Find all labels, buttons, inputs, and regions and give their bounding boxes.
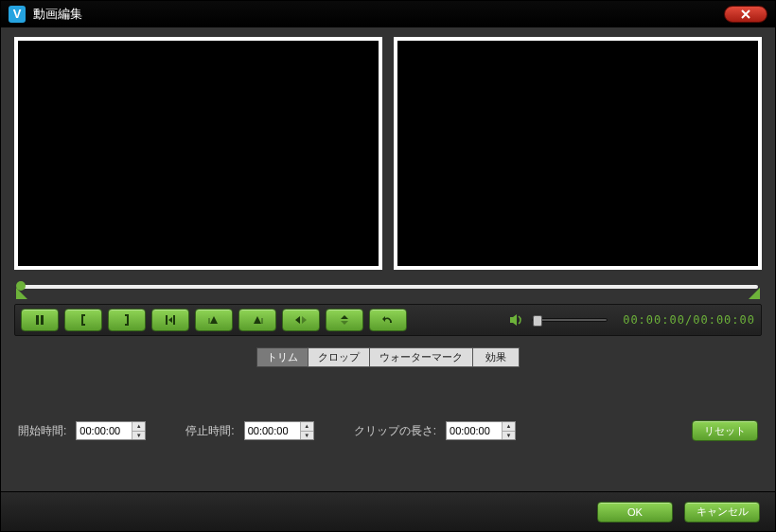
close-button[interactable] bbox=[724, 6, 767, 23]
end-time-field[interactable] bbox=[245, 422, 300, 439]
spin-up-icon[interactable]: ▲ bbox=[503, 422, 515, 432]
app-icon: V bbox=[9, 6, 26, 23]
tab-crop[interactable]: クロップ bbox=[308, 347, 370, 367]
preview-row bbox=[14, 37, 762, 270]
trim-panel: 開始時間: ▲ ▼ 停止時間: ▲ ▼ クリップの長さ: ▲ ▼ リセッ bbox=[14, 420, 762, 441]
close-icon bbox=[741, 9, 750, 19]
time-display: 00:00:00/00:00:00 bbox=[623, 313, 755, 327]
main-area: 00:00:00/00:00:00 トリム クロップ ウォーターマーク 効果 開… bbox=[1, 27, 775, 491]
end-time-label: 停止時間: bbox=[185, 423, 234, 439]
pause-icon bbox=[34, 314, 45, 326]
playback-controls: 00:00:00/00:00:00 bbox=[14, 304, 762, 336]
reset-button[interactable]: リセット bbox=[692, 420, 758, 441]
volume-button[interactable] bbox=[507, 310, 526, 329]
crop-marker-button[interactable] bbox=[151, 309, 189, 331]
volume-slider[interactable] bbox=[532, 318, 608, 322]
svg-marker-9 bbox=[341, 315, 348, 319]
titlebar: V 動画編集 bbox=[1, 1, 775, 27]
spin-down-icon[interactable]: ▼ bbox=[503, 432, 515, 440]
rotate-right-button[interactable] bbox=[238, 309, 276, 331]
tab-watermark[interactable]: ウォーターマーク bbox=[369, 347, 473, 367]
flip-h-icon bbox=[294, 314, 308, 326]
footer: OK キャンセル bbox=[1, 491, 775, 531]
rotate-left-button[interactable] bbox=[195, 309, 233, 331]
svg-rect-6 bbox=[261, 318, 263, 324]
time-current: 00:00:00 bbox=[623, 313, 685, 327]
window-title: 動画編集 bbox=[33, 6, 724, 23]
tab-bar: トリム クロップ ウォーターマーク 効果 bbox=[14, 347, 762, 367]
clip-length-field[interactable] bbox=[447, 422, 502, 439]
end-time-spinner[interactable]: ▲ ▼ bbox=[300, 422, 313, 439]
rotate-right-icon bbox=[251, 314, 264, 326]
pause-button[interactable] bbox=[21, 309, 59, 331]
tab-effect[interactable]: 効果 bbox=[472, 347, 520, 367]
spin-down-icon[interactable]: ▼ bbox=[132, 432, 145, 440]
timeline-track bbox=[18, 285, 758, 289]
svg-rect-0 bbox=[36, 315, 39, 325]
start-time-label: 開始時間: bbox=[18, 423, 66, 439]
timeline[interactable] bbox=[14, 279, 762, 300]
svg-marker-5 bbox=[254, 316, 261, 324]
trim-handle-start[interactable] bbox=[16, 288, 27, 299]
undo-button[interactable] bbox=[369, 309, 407, 331]
svg-marker-10 bbox=[341, 321, 348, 325]
preview-original bbox=[14, 37, 382, 270]
start-time-input[interactable]: ▲ ▼ bbox=[76, 421, 146, 440]
start-time-spinner[interactable]: ▲ ▼ bbox=[132, 422, 145, 439]
time-total: 00:00:00 bbox=[693, 313, 755, 327]
svg-rect-4 bbox=[208, 318, 210, 324]
cancel-button[interactable]: キャンセル bbox=[684, 502, 760, 523]
spin-up-icon[interactable]: ▲ bbox=[132, 422, 145, 432]
start-time-field[interactable] bbox=[77, 422, 132, 439]
svg-marker-8 bbox=[302, 316, 307, 324]
svg-marker-2 bbox=[168, 317, 172, 323]
spin-up-icon[interactable]: ▲ bbox=[301, 422, 313, 432]
trim-handle-end[interactable] bbox=[749, 288, 760, 299]
clip-length-spinner[interactable]: ▲ ▼ bbox=[502, 422, 515, 439]
flip-v-icon bbox=[338, 314, 351, 326]
crop-marker-icon bbox=[164, 314, 177, 326]
ok-button[interactable]: OK bbox=[597, 502, 673, 523]
preview-output bbox=[394, 37, 762, 270]
clip-length-label: クリップの長さ: bbox=[354, 423, 436, 439]
undo-icon bbox=[381, 314, 395, 326]
bracket-open-icon bbox=[78, 314, 89, 326]
svg-marker-3 bbox=[210, 316, 218, 324]
bracket-close-icon bbox=[121, 314, 132, 326]
spin-down-icon[interactable]: ▼ bbox=[301, 432, 313, 440]
bracket-start-button[interactable] bbox=[64, 309, 102, 331]
speaker-icon bbox=[509, 313, 524, 327]
bracket-end-button[interactable] bbox=[108, 309, 146, 331]
volume-thumb[interactable] bbox=[533, 315, 542, 327]
tab-trim[interactable]: トリム bbox=[256, 347, 309, 367]
svg-marker-11 bbox=[510, 314, 517, 326]
svg-marker-7 bbox=[295, 316, 300, 324]
clip-length-input[interactable]: ▲ ▼ bbox=[446, 421, 516, 440]
svg-rect-1 bbox=[41, 315, 44, 325]
end-time-input[interactable]: ▲ ▼ bbox=[244, 421, 314, 440]
rotate-left-icon bbox=[207, 314, 220, 326]
flip-vertical-button[interactable] bbox=[326, 309, 363, 331]
flip-horizontal-button[interactable] bbox=[282, 309, 320, 331]
